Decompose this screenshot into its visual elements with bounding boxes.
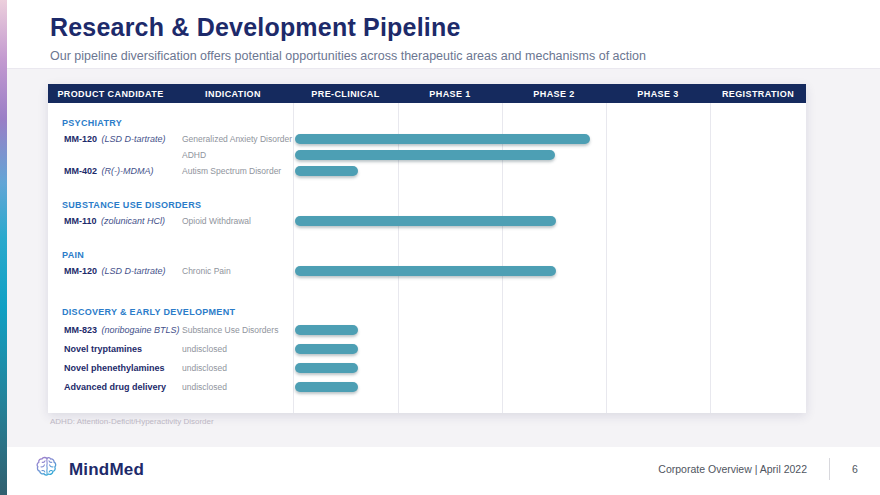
column-header: PHASE 1 (398, 84, 502, 103)
phase-progress-bar (295, 150, 555, 160)
indication: ADHD (182, 150, 206, 160)
brain-icon (34, 455, 60, 484)
pipeline-row: MM-120 (LSD D-tartrate)Generalized Anxie… (48, 131, 806, 147)
product-detail: (LSD D-tartrate) (99, 266, 166, 276)
pipeline-slide: Research & Development Pipeline Our pipe… (0, 0, 880, 495)
pipeline-row: MM-402 (R(-)-MDMA)Autism Spectrum Disord… (48, 163, 806, 179)
product-candidate: Novel tryptamines (64, 344, 142, 354)
section-label: SUBSTANCE USE DISORDERS (62, 199, 806, 211)
phase-progress-bar (295, 216, 556, 226)
column-header: PHASE 2 (502, 84, 606, 103)
phase-progress-bar (295, 363, 358, 373)
indication: Opioid Withdrawal (182, 216, 251, 226)
footnote: ADHD: Attention-Deficit/Hyperactivity Di… (50, 417, 214, 426)
indication: undisclosed (182, 344, 227, 354)
product-candidate: MM-120 (LSD D-tartrate) (64, 134, 166, 144)
phase-progress-bar (295, 325, 358, 335)
product-name: Novel phenethylamines (64, 363, 165, 373)
pipeline-row: Advanced drug deliveryundisclosed (48, 377, 806, 396)
product-candidate: Advanced drug delivery (64, 382, 166, 392)
gradient-edge-stripe (0, 0, 7, 495)
phase-progress-bar (295, 266, 556, 276)
product-candidate: Novel phenethylamines (64, 363, 165, 373)
pipeline-row: Novel tryptaminesundisclosed (48, 339, 806, 358)
product-name: MM-402 (64, 166, 97, 176)
product-candidate: MM-823 (noribogaine BTLS) (64, 325, 180, 335)
product-name: MM-110 (64, 216, 97, 226)
pipeline-table: PRODUCT CANDIDATEINDICATIONPRE-CLINICALP… (48, 84, 806, 413)
product-name: MM-120 (64, 134, 97, 144)
phase-progress-bar (295, 344, 358, 354)
page-number: 6 (848, 463, 862, 475)
brand-logo: MindMed (34, 455, 144, 484)
product-detail: (R(-)-MDMA) (99, 166, 153, 176)
phase-progress-bar (295, 134, 590, 144)
section-label: DISCOVERY & EARLY DEVELOPMENT (62, 306, 806, 318)
footer-caption: Corporate Overview | April 2022 (658, 463, 807, 475)
indication: Generalized Anxiety Disorder (182, 134, 292, 144)
pipeline-row: MM-110 (zolunicant HCl)Opioid Withdrawal (48, 213, 806, 229)
product-name: MM-120 (64, 266, 97, 276)
page-title: Research & Development Pipeline (50, 13, 850, 42)
slide-header: Research & Development Pipeline Our pipe… (50, 13, 850, 63)
product-detail: (LSD D-tartrate) (99, 134, 166, 144)
pipeline-row: Novel phenethylaminesundisclosed (48, 358, 806, 377)
pipeline-section: DISCOVERY & EARLY DEVELOPMENTMM-823 (nor… (48, 306, 806, 396)
indication: undisclosed (182, 382, 227, 392)
column-header: PRODUCT CANDIDATE (48, 84, 173, 103)
column-header: PRE-CLINICAL (293, 84, 398, 103)
pipeline-section: PAINMM-120 (LSD D-tartrate)Chronic Pain (48, 249, 806, 279)
table-header-row: PRODUCT CANDIDATEINDICATIONPRE-CLINICALP… (48, 84, 806, 103)
product-detail: (noribogaine BTLS) (99, 325, 180, 335)
slide-footer-right: Corporate Overview | April 2022 6 (658, 458, 862, 480)
column-header: INDICATION (173, 84, 293, 103)
footer-divider (829, 458, 830, 480)
pipeline-section: PSYCHIATRYMM-120 (LSD D-tartrate)General… (48, 117, 806, 179)
phase-progress-bar (295, 382, 358, 392)
phase-progress-bar (295, 166, 358, 176)
pipeline-row: MM-823 (noribogaine BTLS)Substance Use D… (48, 320, 806, 339)
product-name: Advanced drug delivery (64, 382, 166, 392)
column-header: REGISTRATION (710, 84, 806, 103)
product-name: Novel tryptamines (64, 344, 142, 354)
indication: Autism Spectrum Disorder (182, 166, 281, 176)
indication: undisclosed (182, 363, 227, 373)
pipeline-row: ADHD (48, 147, 806, 163)
column-header: PHASE 3 (606, 84, 710, 103)
product-candidate: MM-120 (LSD D-tartrate) (64, 266, 166, 276)
indication: Substance Use Disorders (182, 325, 278, 335)
page-subtitle: Our pipeline diversification offers pote… (50, 49, 850, 63)
indication: Chronic Pain (182, 266, 231, 276)
pipeline-section: SUBSTANCE USE DISORDERSMM-110 (zolunican… (48, 199, 806, 229)
section-label: PAIN (62, 249, 806, 261)
section-label: PSYCHIATRY (62, 117, 806, 129)
brand-name: MindMed (69, 460, 144, 480)
pipeline-body: PSYCHIATRYMM-120 (LSD D-tartrate)General… (48, 103, 806, 413)
product-name: MM-823 (64, 325, 97, 335)
pipeline-row: MM-120 (LSD D-tartrate)Chronic Pain (48, 263, 806, 279)
product-candidate: MM-110 (zolunicant HCl) (64, 216, 165, 226)
product-candidate: MM-402 (R(-)-MDMA) (64, 166, 154, 176)
product-detail: (zolunicant HCl) (99, 216, 166, 226)
